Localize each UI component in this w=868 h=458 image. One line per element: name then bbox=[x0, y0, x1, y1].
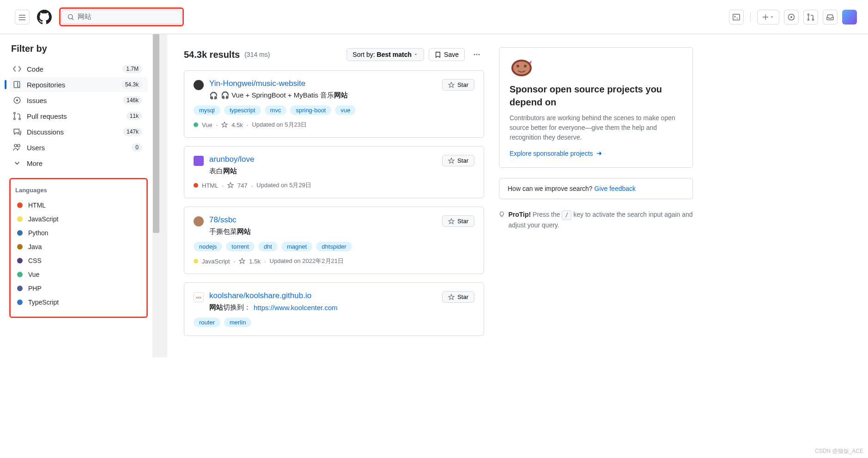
language-dot-icon bbox=[194, 183, 198, 188]
topic-tag[interactable]: dhtspider bbox=[316, 242, 352, 251]
results-header: 54.3k results (314 ms) Sort by: Best mat… bbox=[184, 47, 484, 62]
save-search-button[interactable]: Save bbox=[429, 48, 465, 61]
topic-tag[interactable]: merlin bbox=[224, 318, 251, 327]
language-dot-icon bbox=[17, 230, 23, 236]
code-icon bbox=[13, 65, 21, 73]
languages-title: Languages bbox=[15, 187, 142, 194]
caret-down-icon bbox=[413, 52, 418, 57]
repo-link[interactable]: koolshare/koolshare.github.io bbox=[209, 291, 311, 300]
topic-tag[interactable]: mysql bbox=[194, 105, 220, 115]
topic-tag[interactable]: torrent bbox=[226, 242, 255, 251]
language-dot-icon bbox=[17, 299, 23, 305]
language-dot-icon bbox=[17, 286, 23, 291]
protip-label: ProTip! bbox=[508, 211, 531, 218]
repo-card: arunboy/love 表白网站 Star HTML· 747· Update… bbox=[184, 146, 484, 198]
give-feedback-link[interactable]: Give feedback bbox=[595, 185, 636, 192]
languages-filter-box: Languages HTMLJavaScriptPythonJavaCSSVue… bbox=[9, 178, 148, 318]
topic-tag[interactable]: vue bbox=[335, 105, 356, 115]
filter-item-pull-requests[interactable]: Pull requests 11k bbox=[9, 109, 148, 123]
star-button[interactable]: Star bbox=[442, 155, 474, 166]
command-palette-button[interactable] bbox=[729, 10, 744, 24]
scrollbar[interactable] bbox=[160, 34, 167, 357]
search-highlight-box bbox=[59, 7, 184, 26]
topic-tag[interactable]: magnet bbox=[281, 242, 312, 251]
filter-label: Repositories bbox=[27, 81, 116, 89]
topic-tag[interactable]: mvc bbox=[265, 105, 287, 115]
language-dot-icon bbox=[194, 259, 198, 263]
topic-tag[interactable]: nodejs bbox=[194, 242, 222, 251]
filter-item-users[interactable]: Users 0 bbox=[9, 140, 148, 155]
language-dot-icon bbox=[17, 258, 23, 263]
filter-item-issues[interactable]: Issues 146k bbox=[9, 93, 148, 108]
star-icon bbox=[448, 82, 455, 88]
issues-button[interactable] bbox=[784, 10, 799, 24]
language-filter-python[interactable]: Python bbox=[15, 226, 142, 240]
filter-label: Discussions bbox=[27, 128, 117, 136]
star-button[interactable]: Star bbox=[442, 291, 474, 303]
repo-description: 网站切换到：https://www.koolcenter.com bbox=[209, 303, 437, 312]
search-box[interactable] bbox=[61, 10, 182, 24]
filter-count: 0 bbox=[132, 143, 142, 152]
explore-sponsors-link[interactable]: Explore sponsorable projects bbox=[510, 150, 682, 157]
language-name: TypeScript bbox=[28, 299, 59, 306]
language-filter-javascript[interactable]: JavaScript bbox=[15, 212, 142, 226]
language-filter-html[interactable]: HTML bbox=[15, 198, 142, 212]
pr-icon bbox=[13, 112, 21, 120]
language-name: HTML bbox=[28, 202, 46, 209]
language-name: Python bbox=[28, 229, 49, 237]
repo-stars: 1.5k bbox=[249, 258, 261, 265]
filter-item-code[interactable]: Code 1.7M bbox=[9, 61, 148, 76]
language-filter-vue[interactable]: Vue bbox=[15, 268, 142, 281]
filter-count: 11k bbox=[126, 112, 142, 120]
repo-card: Yin-Hongwei/music-website 🎧🎧 Vue + Sprin… bbox=[184, 70, 484, 138]
language-filter-css[interactable]: CSS bbox=[15, 254, 142, 268]
filter-label: Pull requests bbox=[27, 112, 121, 120]
bookmark-icon bbox=[435, 51, 441, 58]
plus-icon bbox=[762, 14, 769, 20]
repo-link[interactable]: Yin-Hongwei/music-website bbox=[209, 79, 305, 88]
search-input[interactable] bbox=[78, 13, 176, 21]
repo-meta: JavaScript· 1.5k· Updated on 2022年2月21日 bbox=[194, 257, 474, 265]
filter-item-discussions[interactable]: Discussions 147k bbox=[9, 124, 148, 139]
mona-sponsor-icon bbox=[510, 58, 534, 78]
menu-button[interactable] bbox=[15, 10, 30, 24]
svg-point-10 bbox=[524, 65, 527, 67]
filter-item-more[interactable]: More bbox=[9, 156, 148, 171]
topic-tag[interactable]: typescript bbox=[224, 105, 261, 115]
repo-icon bbox=[13, 80, 21, 89]
create-button[interactable] bbox=[757, 10, 779, 24]
language-name: Vue bbox=[28, 271, 39, 278]
repo-link[interactable]: 78/ssbc bbox=[209, 215, 237, 224]
repo-updated: Updated on 2022年2月21日 bbox=[270, 257, 344, 265]
hamburger-icon bbox=[18, 13, 26, 21]
sort-button[interactable]: Sort by: Best match bbox=[346, 48, 424, 61]
github-logo-icon[interactable] bbox=[37, 10, 52, 24]
repo-link[interactable]: arunboy/love bbox=[209, 155, 254, 164]
topic-tag[interactable]: dht bbox=[258, 242, 278, 251]
language-name: Java bbox=[28, 243, 42, 250]
star-button[interactable]: Star bbox=[442, 215, 474, 227]
feedback-card: How can we improve search? Give feedback bbox=[499, 178, 693, 199]
sponsor-description: Contributors are working behind the scen… bbox=[510, 113, 682, 142]
topic-tag[interactable]: spring-boot bbox=[290, 105, 331, 115]
language-filter-typescript[interactable]: TypeScript bbox=[15, 295, 142, 309]
lightbulb-icon bbox=[499, 211, 504, 218]
scrollbar[interactable] bbox=[152, 34, 160, 357]
topic-tag[interactable]: router bbox=[194, 318, 220, 327]
app-header bbox=[0, 0, 868, 34]
language-filter-php[interactable]: PHP bbox=[15, 281, 142, 295]
pull-requests-button[interactable] bbox=[803, 10, 818, 24]
filter-title: Filter by bbox=[9, 43, 148, 54]
more-options-button[interactable] bbox=[469, 47, 484, 62]
repo-meta: Vue· 4.5k· Updated on 5月23日 bbox=[194, 121, 474, 129]
user-avatar[interactable] bbox=[842, 10, 857, 24]
repo-avatar bbox=[194, 80, 204, 90]
inbox-button[interactable] bbox=[823, 10, 838, 24]
filter-item-repositories[interactable]: Repositories 54.3k bbox=[9, 77, 148, 92]
repo-desc-link[interactable]: https://www.koolcenter.com bbox=[254, 304, 338, 311]
star-button[interactable]: Star bbox=[442, 79, 474, 91]
repo-updated: Updated on 5月29日 bbox=[256, 181, 311, 189]
chevron-icon bbox=[13, 159, 21, 167]
language-filter-java[interactable]: Java bbox=[15, 240, 142, 254]
svg-point-4 bbox=[474, 54, 475, 55]
